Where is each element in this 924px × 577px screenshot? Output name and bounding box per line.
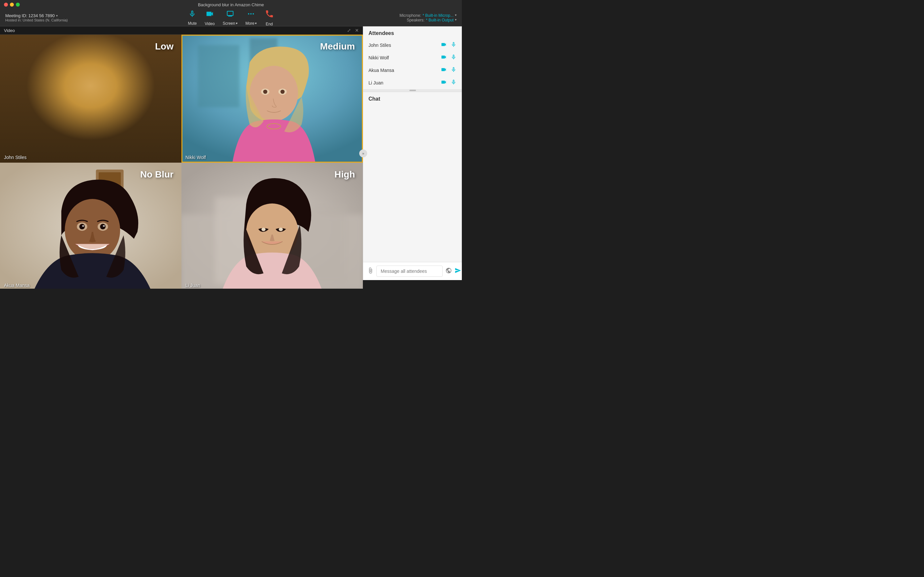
svg-point-43 [82,225,84,227]
li-juan-video [182,163,363,288]
close-video-icon[interactable]: ✕ [355,28,359,33]
end-label: End [266,22,273,26]
video-header: Video ⤢ ✕ [0,26,363,35]
svg-point-23 [87,92,90,95]
screen-button[interactable]: Screen ▾ [223,10,238,26]
chat-toolbar [445,267,461,276]
meeting-hosted: Hosted in: United States (N. California) [5,18,68,22]
mic-toggle-nikki[interactable] [451,54,457,61]
meeting-info: Meeting ID: 1234 56 7890 ▾ Hosted in: Un… [5,13,68,22]
globe-icon[interactable] [445,267,452,276]
svg-point-21 [85,91,92,96]
svg-rect-15 [82,90,94,98]
attendee-controls-akua [441,67,457,74]
popout-icon[interactable]: ⤢ [347,28,351,33]
svg-point-18 [56,87,63,96]
blur-label-nikki: Medium [320,41,355,52]
window-title: Background blur in Amazon Chime [198,2,264,7]
attendees-section: Attendees John Stiles Nikki Wolf [363,26,462,89]
svg-point-24 [60,55,105,90]
svg-point-44 [103,225,105,227]
svg-point-51 [261,228,266,231]
main-layout: Video ⤢ ✕ [0,26,462,280]
chat-messages-area [363,105,462,262]
participant-name-lijuan: Li Juan [185,283,200,288]
svg-rect-5 [106,38,111,59]
svg-rect-6 [113,38,120,57]
speakers-chevron-icon: ▾ [455,18,457,23]
svg-rect-8 [128,38,134,58]
attendee-name-john: John Stiles [369,43,441,48]
chat-input-field[interactable] [377,266,443,277]
mute-icon [188,10,196,20]
end-call-icon [264,9,274,21]
svg-point-1 [250,13,252,15]
svg-point-38 [64,199,120,261]
end-button[interactable]: End [264,9,274,26]
more-label-area: More ▾ [245,21,257,26]
speakers-value: * Built-in Output [426,18,454,23]
svg-rect-12 [106,62,155,64]
blur-label-lijuan: High [335,169,355,180]
video-toggle-nikki[interactable] [441,54,447,61]
svg-point-42 [100,224,106,230]
mic-toggle-lijuan[interactable] [451,79,457,86]
more-label: More [245,21,254,26]
toolbar-controls: Mute Video Screen ▾ More ▾ [188,9,274,26]
video-cell-akua-mansa: No Blur Akua Mansa [0,163,182,288]
close-button[interactable] [4,3,8,6]
video-cell-nikki-wolf: Medium Nikki Wolf [182,35,363,163]
speakers-row[interactable]: Speakers: * Built-in Output ▾ [407,18,457,23]
collapse-panel-button[interactable]: » [359,150,367,157]
screen-icon [226,10,234,20]
minimize-button[interactable] [10,3,14,6]
svg-rect-10 [142,38,148,58]
video-toggle-akua[interactable] [441,67,447,74]
mute-button[interactable]: Mute [188,10,197,26]
svg-point-0 [248,13,250,15]
attendee-controls-nikki [441,54,457,61]
video-icon [206,10,214,20]
panel-divider[interactable] [363,89,462,92]
participant-name-nikki: Nikki Wolf [185,155,206,160]
svg-rect-14 [68,90,80,98]
svg-point-41 [79,224,85,230]
microphone-row[interactable]: Microphone: * Built-in Microp... ▾ [399,13,457,18]
chat-header: Chat [363,92,462,105]
send-icon[interactable] [455,267,461,276]
svg-point-32 [263,90,267,94]
svg-rect-3 [0,35,182,163]
svg-point-20 [71,91,78,96]
traffic-lights[interactable] [4,3,20,6]
microphone-value: * Built-in Microp... [423,13,454,18]
mic-toggle-john[interactable] [451,42,457,49]
attendee-item: Akua Mansa [363,64,462,77]
svg-point-19 [101,87,108,96]
meeting-id[interactable]: Meeting ID: 1234 56 7890 ▾ [5,13,68,18]
svg-rect-7 [122,38,126,60]
attendee-name-lijuan: Li Juan [369,80,441,85]
john-stiles-video [0,35,182,163]
mic-toggle-akua[interactable] [451,67,457,74]
attendee-item: Nikki Wolf [363,52,462,64]
attendee-controls-lijuan [441,79,457,86]
right-panel: » Attendees John Stiles Nikki Wolf [363,26,462,280]
video-label: Video [204,21,214,26]
attendee-name-nikki: Nikki Wolf [369,55,441,60]
participant-name-john: John Stiles [4,155,26,160]
svg-rect-26 [198,45,240,107]
maximize-button[interactable] [16,3,20,6]
nikki-wolf-video [182,35,363,163]
more-button[interactable]: More ▾ [245,10,257,26]
attendee-controls-john [441,42,457,49]
screen-chevron-icon: ▾ [236,21,238,25]
speakers-label: Speakers: [407,18,425,23]
video-toggle-lijuan[interactable] [441,79,447,86]
mute-label: Mute [188,21,197,26]
chat-section: Chat [363,92,462,280]
screen-label: Screen [223,21,235,26]
video-toggle-john[interactable] [441,42,447,49]
video-button[interactable]: Video [204,10,214,26]
svg-rect-9 [135,38,140,60]
attachment-icon[interactable] [367,267,374,276]
